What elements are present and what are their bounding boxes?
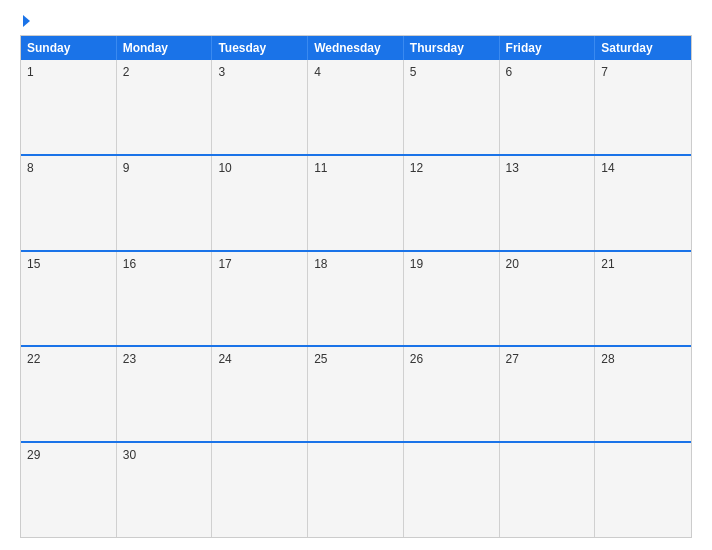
day-number: 11 — [314, 161, 327, 175]
day-of-week-tuesday: Tuesday — [212, 36, 308, 60]
calendar-week-4: 22232425262728 — [21, 345, 691, 441]
calendar-cell: 3 — [212, 60, 308, 154]
day-number: 5 — [410, 65, 417, 79]
day-number: 26 — [410, 352, 423, 366]
day-number: 23 — [123, 352, 136, 366]
day-number: 3 — [218, 65, 225, 79]
calendar-cell: 8 — [21, 156, 117, 250]
day-number: 24 — [218, 352, 231, 366]
calendar-cell: 15 — [21, 252, 117, 346]
calendar-cell: 13 — [500, 156, 596, 250]
calendar-cell: 1 — [21, 60, 117, 154]
calendar-cell: 10 — [212, 156, 308, 250]
calendar-cell — [212, 443, 308, 537]
day-number: 16 — [123, 257, 136, 271]
day-number: 22 — [27, 352, 40, 366]
day-number: 8 — [27, 161, 34, 175]
day-number: 4 — [314, 65, 321, 79]
header — [20, 16, 692, 27]
calendar-week-2: 891011121314 — [21, 154, 691, 250]
day-number: 17 — [218, 257, 231, 271]
calendar-cell: 17 — [212, 252, 308, 346]
logo-triangle-icon — [23, 15, 30, 27]
calendar-cell: 19 — [404, 252, 500, 346]
calendar-cell: 7 — [595, 60, 691, 154]
calendar-week-1: 1234567 — [21, 60, 691, 154]
day-number: 14 — [601, 161, 614, 175]
day-number: 25 — [314, 352, 327, 366]
calendar-cell: 23 — [117, 347, 213, 441]
calendar-cell: 27 — [500, 347, 596, 441]
day-number: 1 — [27, 65, 34, 79]
day-number: 9 — [123, 161, 130, 175]
day-number: 10 — [218, 161, 231, 175]
calendar-cell: 4 — [308, 60, 404, 154]
calendar-cell: 24 — [212, 347, 308, 441]
calendar-cell — [595, 443, 691, 537]
logo-blue-row — [20, 16, 30, 27]
logo — [20, 16, 30, 27]
calendar-cell: 18 — [308, 252, 404, 346]
calendar-cell: 11 — [308, 156, 404, 250]
day-number: 15 — [27, 257, 40, 271]
day-of-week-thursday: Thursday — [404, 36, 500, 60]
day-of-week-friday: Friday — [500, 36, 596, 60]
calendar-cell: 21 — [595, 252, 691, 346]
day-number: 27 — [506, 352, 519, 366]
calendar-cell — [308, 443, 404, 537]
calendar-cell: 29 — [21, 443, 117, 537]
page: SundayMondayTuesdayWednesdayThursdayFrid… — [0, 0, 712, 550]
day-of-week-wednesday: Wednesday — [308, 36, 404, 60]
calendar: SundayMondayTuesdayWednesdayThursdayFrid… — [20, 35, 692, 538]
day-number: 29 — [27, 448, 40, 462]
day-of-week-monday: Monday — [117, 36, 213, 60]
calendar-cell: 14 — [595, 156, 691, 250]
calendar-cell: 26 — [404, 347, 500, 441]
calendar-cell: 12 — [404, 156, 500, 250]
calendar-week-5: 2930 — [21, 441, 691, 537]
calendar-cell: 9 — [117, 156, 213, 250]
calendar-cell: 16 — [117, 252, 213, 346]
calendar-cell: 20 — [500, 252, 596, 346]
calendar-cell: 5 — [404, 60, 500, 154]
day-number: 12 — [410, 161, 423, 175]
calendar-cell — [404, 443, 500, 537]
calendar-body: 1234567891011121314151617181920212223242… — [21, 60, 691, 537]
calendar-cell — [500, 443, 596, 537]
day-number: 7 — [601, 65, 608, 79]
day-number: 21 — [601, 257, 614, 271]
calendar-cell: 22 — [21, 347, 117, 441]
calendar-week-3: 15161718192021 — [21, 250, 691, 346]
day-of-week-saturday: Saturday — [595, 36, 691, 60]
day-number: 30 — [123, 448, 136, 462]
day-number: 20 — [506, 257, 519, 271]
day-number: 18 — [314, 257, 327, 271]
day-number: 28 — [601, 352, 614, 366]
calendar-cell: 6 — [500, 60, 596, 154]
day-number: 2 — [123, 65, 130, 79]
calendar-header: SundayMondayTuesdayWednesdayThursdayFrid… — [21, 36, 691, 60]
calendar-cell: 25 — [308, 347, 404, 441]
day-number: 6 — [506, 65, 513, 79]
day-number: 13 — [506, 161, 519, 175]
day-of-week-sunday: Sunday — [21, 36, 117, 60]
calendar-cell: 28 — [595, 347, 691, 441]
calendar-cell: 2 — [117, 60, 213, 154]
day-number: 19 — [410, 257, 423, 271]
calendar-cell: 30 — [117, 443, 213, 537]
